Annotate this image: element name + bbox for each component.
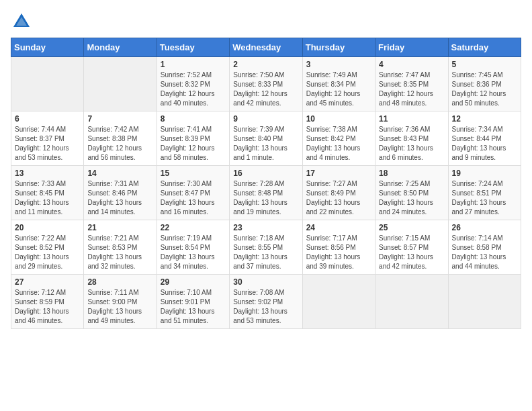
- calendar-cell: [375, 275, 448, 329]
- day-number: 7: [87, 114, 152, 124]
- day-info: Sunrise: 7:44 AM Sunset: 8:37 PM Dayligh…: [15, 125, 80, 163]
- calendar-week-row: 13Sunrise: 7:33 AM Sunset: 8:45 PM Dayli…: [11, 166, 521, 220]
- calendar-cell: 16Sunrise: 7:28 AM Sunset: 8:48 PM Dayli…: [230, 166, 302, 220]
- calendar-body: 1Sunrise: 7:52 AM Sunset: 8:32 PM Daylig…: [11, 57, 521, 329]
- calendar-cell: 27Sunrise: 7:12 AM Sunset: 8:59 PM Dayli…: [11, 275, 84, 329]
- day-number: 4: [379, 60, 444, 69]
- calendar-cell: 8Sunrise: 7:41 AM Sunset: 8:39 PM Daylig…: [157, 111, 229, 166]
- calendar-week-row: 6Sunrise: 7:44 AM Sunset: 8:37 PM Daylig…: [11, 111, 521, 166]
- day-info: Sunrise: 7:39 AM Sunset: 8:40 PM Dayligh…: [233, 125, 298, 163]
- weekday-header: Sunday: [11, 38, 84, 57]
- day-number: 5: [452, 60, 517, 69]
- day-info: Sunrise: 7:47 AM Sunset: 8:35 PM Dayligh…: [379, 71, 444, 108]
- weekday-row: SundayMondayTuesdayWednesdayThursdayFrid…: [11, 38, 521, 57]
- calendar-cell: 24Sunrise: 7:17 AM Sunset: 8:56 PM Dayli…: [302, 220, 375, 275]
- day-number: 2: [233, 60, 298, 69]
- day-number: 9: [233, 114, 298, 124]
- calendar-cell: 13Sunrise: 7:33 AM Sunset: 8:45 PM Dayli…: [11, 166, 84, 220]
- day-info: Sunrise: 7:10 AM Sunset: 9:01 PM Dayligh…: [161, 288, 226, 326]
- day-info: Sunrise: 7:17 AM Sunset: 8:56 PM Dayligh…: [306, 234, 371, 271]
- calendar-cell: 12Sunrise: 7:34 AM Sunset: 8:44 PM Dayli…: [448, 111, 521, 166]
- calendar-cell: 9Sunrise: 7:39 AM Sunset: 8:40 PM Daylig…: [230, 111, 302, 166]
- day-info: Sunrise: 7:36 AM Sunset: 8:43 PM Dayligh…: [379, 125, 444, 163]
- calendar-cell: 1Sunrise: 7:52 AM Sunset: 8:32 PM Daylig…: [157, 57, 229, 111]
- day-info: Sunrise: 7:14 AM Sunset: 8:58 PM Dayligh…: [452, 234, 517, 271]
- day-number: 13: [15, 169, 80, 178]
- day-number: 16: [233, 169, 298, 178]
- day-info: Sunrise: 7:41 AM Sunset: 8:39 PM Dayligh…: [161, 125, 226, 163]
- weekday-header: Friday: [375, 38, 448, 57]
- logo: [11, 11, 35, 32]
- day-number: 20: [15, 223, 80, 232]
- day-number: 11: [379, 114, 444, 124]
- calendar-week-row: 20Sunrise: 7:22 AM Sunset: 8:52 PM Dayli…: [11, 220, 521, 275]
- day-number: 21: [87, 223, 152, 232]
- calendar-header: SundayMondayTuesdayWednesdayThursdayFrid…: [11, 38, 521, 57]
- calendar-cell: 7Sunrise: 7:42 AM Sunset: 8:38 PM Daylig…: [84, 111, 157, 166]
- day-number: 25: [379, 223, 444, 232]
- calendar-week-row: 27Sunrise: 7:12 AM Sunset: 8:59 PM Dayli…: [11, 275, 521, 329]
- day-info: Sunrise: 7:24 AM Sunset: 8:51 PM Dayligh…: [452, 179, 517, 217]
- day-info: Sunrise: 7:08 AM Sunset: 9:02 PM Dayligh…: [233, 288, 298, 326]
- day-info: Sunrise: 7:52 AM Sunset: 8:32 PM Dayligh…: [161, 71, 226, 108]
- day-number: 6: [15, 114, 80, 124]
- calendar-cell: 5Sunrise: 7:45 AM Sunset: 8:36 PM Daylig…: [448, 57, 521, 111]
- weekday-header: Wednesday: [230, 38, 302, 57]
- calendar-cell: 20Sunrise: 7:22 AM Sunset: 8:52 PM Dayli…: [11, 220, 84, 275]
- day-info: Sunrise: 7:28 AM Sunset: 8:48 PM Dayligh…: [233, 179, 298, 217]
- day-number: 29: [161, 277, 226, 287]
- calendar-cell: 25Sunrise: 7:15 AM Sunset: 8:57 PM Dayli…: [375, 220, 448, 275]
- calendar-table: SundayMondayTuesdayWednesdayThursdayFrid…: [11, 38, 521, 329]
- day-info: Sunrise: 7:49 AM Sunset: 8:34 PM Dayligh…: [306, 71, 371, 108]
- day-info: Sunrise: 7:31 AM Sunset: 8:46 PM Dayligh…: [87, 179, 152, 217]
- day-info: Sunrise: 7:50 AM Sunset: 8:33 PM Dayligh…: [233, 71, 298, 108]
- day-number: 27: [15, 277, 80, 287]
- calendar-cell: 28Sunrise: 7:11 AM Sunset: 9:00 PM Dayli…: [84, 275, 157, 329]
- day-number: 26: [452, 223, 517, 232]
- day-info: Sunrise: 7:27 AM Sunset: 8:49 PM Dayligh…: [306, 179, 371, 217]
- weekday-header: Tuesday: [157, 38, 229, 57]
- calendar-cell: 18Sunrise: 7:25 AM Sunset: 8:50 PM Dayli…: [375, 166, 448, 220]
- day-number: 19: [452, 169, 517, 178]
- calendar-cell: 4Sunrise: 7:47 AM Sunset: 8:35 PM Daylig…: [375, 57, 448, 111]
- day-info: Sunrise: 7:42 AM Sunset: 8:38 PM Dayligh…: [87, 125, 152, 163]
- day-number: 3: [306, 60, 371, 69]
- calendar-cell: [448, 275, 521, 329]
- day-number: 8: [161, 114, 226, 124]
- day-number: 14: [87, 169, 152, 178]
- calendar-cell: [84, 57, 157, 111]
- calendar-cell: 23Sunrise: 7:18 AM Sunset: 8:55 PM Dayli…: [230, 220, 302, 275]
- calendar-cell: 14Sunrise: 7:31 AM Sunset: 8:46 PM Dayli…: [84, 166, 157, 220]
- logo-icon: [11, 11, 32, 32]
- day-info: Sunrise: 7:11 AM Sunset: 9:00 PM Dayligh…: [87, 288, 152, 326]
- weekday-header: Thursday: [302, 38, 375, 57]
- calendar-cell: 21Sunrise: 7:21 AM Sunset: 8:53 PM Dayli…: [84, 220, 157, 275]
- weekday-header: Saturday: [448, 38, 521, 57]
- calendar-cell: 15Sunrise: 7:30 AM Sunset: 8:47 PM Dayli…: [157, 166, 229, 220]
- day-info: Sunrise: 7:18 AM Sunset: 8:55 PM Dayligh…: [233, 234, 298, 271]
- day-number: 24: [306, 223, 371, 232]
- day-number: 30: [233, 277, 298, 287]
- calendar-cell: 3Sunrise: 7:49 AM Sunset: 8:34 PM Daylig…: [302, 57, 375, 111]
- calendar-cell: 6Sunrise: 7:44 AM Sunset: 8:37 PM Daylig…: [11, 111, 84, 166]
- day-number: 22: [161, 223, 226, 232]
- day-number: 17: [306, 169, 371, 178]
- day-info: Sunrise: 7:15 AM Sunset: 8:57 PM Dayligh…: [379, 234, 444, 271]
- calendar-cell: 26Sunrise: 7:14 AM Sunset: 8:58 PM Dayli…: [448, 220, 521, 275]
- page-header: [11, 11, 521, 32]
- calendar-cell: 2Sunrise: 7:50 AM Sunset: 8:33 PM Daylig…: [230, 57, 302, 111]
- weekday-header: Monday: [84, 38, 157, 57]
- day-number: 12: [452, 114, 517, 124]
- day-info: Sunrise: 7:19 AM Sunset: 8:54 PM Dayligh…: [161, 234, 226, 271]
- day-info: Sunrise: 7:34 AM Sunset: 8:44 PM Dayligh…: [452, 125, 517, 163]
- calendar-cell: 10Sunrise: 7:38 AM Sunset: 8:42 PM Dayli…: [302, 111, 375, 166]
- calendar-cell: 30Sunrise: 7:08 AM Sunset: 9:02 PM Dayli…: [230, 275, 302, 329]
- calendar-week-row: 1Sunrise: 7:52 AM Sunset: 8:32 PM Daylig…: [11, 57, 521, 111]
- calendar-cell: 19Sunrise: 7:24 AM Sunset: 8:51 PM Dayli…: [448, 166, 521, 220]
- calendar-cell: 29Sunrise: 7:10 AM Sunset: 9:01 PM Dayli…: [157, 275, 229, 329]
- calendar-cell: 17Sunrise: 7:27 AM Sunset: 8:49 PM Dayli…: [302, 166, 375, 220]
- day-info: Sunrise: 7:12 AM Sunset: 8:59 PM Dayligh…: [15, 288, 80, 326]
- day-info: Sunrise: 7:22 AM Sunset: 8:52 PM Dayligh…: [15, 234, 80, 271]
- day-number: 18: [379, 169, 444, 178]
- day-number: 10: [306, 114, 371, 124]
